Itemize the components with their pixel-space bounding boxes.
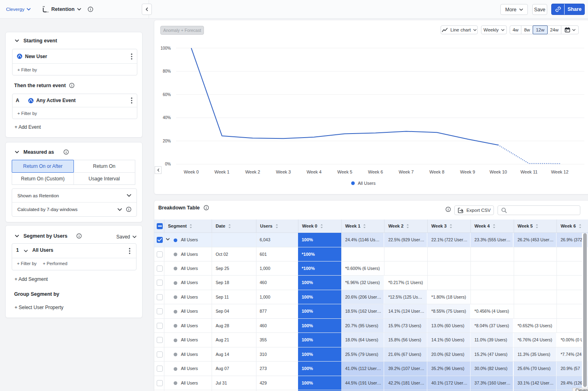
svg-text:Week 5: Week 5: [337, 169, 352, 174]
svg-text:80%: 80%: [163, 69, 171, 73]
svg-text:40%: 40%: [163, 115, 171, 120]
svg-text:Week 12: Week 12: [551, 169, 568, 174]
svg-text:Week 8: Week 8: [429, 169, 444, 174]
svg-text:Week 9: Week 9: [460, 169, 475, 174]
svg-text:100%: 100%: [160, 46, 171, 50]
svg-text:0%: 0%: [165, 162, 171, 166]
svg-text:Week 4: Week 4: [307, 169, 321, 174]
svg-text:Week 6: Week 6: [368, 169, 383, 174]
svg-text:Week 1: Week 1: [214, 169, 229, 174]
svg-text:60%: 60%: [163, 92, 171, 97]
svg-text:All Users: All Users: [358, 181, 376, 186]
svg-text:Week 3: Week 3: [276, 169, 291, 174]
svg-text:Week 11: Week 11: [521, 169, 538, 174]
svg-text:Week 10: Week 10: [489, 169, 507, 174]
svg-text:Week 0: Week 0: [184, 169, 199, 174]
svg-text:20%: 20%: [163, 139, 171, 143]
svg-text:Week 7: Week 7: [399, 169, 414, 174]
svg-text:Week 2: Week 2: [245, 169, 260, 174]
